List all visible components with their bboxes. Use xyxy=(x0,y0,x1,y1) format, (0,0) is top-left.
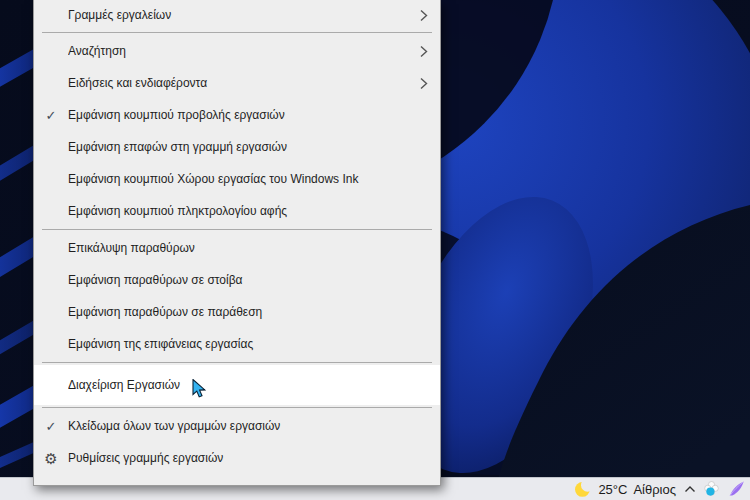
menu-item-label: Γραμμές εργαλείων xyxy=(68,8,420,22)
submenu-arrow-icon xyxy=(420,9,428,22)
menu-item[interactable]: Επικάλυψη παραθύρων xyxy=(34,232,440,264)
menu-item[interactable]: Εμφάνιση της επιφάνειας εργασίας xyxy=(34,328,440,360)
menu-item-label: Ειδήσεις και ενδιαφέροντα xyxy=(68,76,420,90)
weather-temperature: 25°C xyxy=(598,482,627,497)
menu-item-label: Αναζήτηση xyxy=(68,44,420,58)
menu-item-label: Ρυθμίσεις γραμμής εργασιών xyxy=(68,451,440,465)
menu-item-label: Εμφάνιση παραθύρων σε στοίβα xyxy=(68,273,440,287)
weather-widget[interactable]: 25°C Αίθριος xyxy=(574,480,676,498)
menu-item[interactable]: ✓Κλείδωμα όλων των γραμμών εργασιών xyxy=(34,410,440,442)
menu-item-label: Εμφάνιση της επιφάνειας εργασίας xyxy=(68,337,440,351)
menu-item[interactable]: Εμφάνιση επαφών στη γραμμή εργασιών xyxy=(34,131,440,163)
gear-icon: ⚙ xyxy=(34,451,68,466)
menu-item[interactable]: Αναζήτηση xyxy=(34,35,440,67)
menu-separator xyxy=(42,407,432,408)
weather-condition: Αίθριος xyxy=(633,482,676,497)
menu-item-label: Επικάλυψη παραθύρων xyxy=(68,241,440,255)
menu-separator xyxy=(42,362,432,363)
menu-item-label: Εμφάνιση κουμπιού Χώρου εργασίας του Win… xyxy=(68,172,440,186)
menu-item-label: Εμφάνιση παραθύρων σε παράθεση xyxy=(68,305,440,319)
menu-item-label: Εμφάνιση κουμπιού πληκτρολογίου αφής xyxy=(68,204,440,218)
submenu-arrow-icon xyxy=(420,45,428,58)
menu-item-label: Κλείδωμα όλων των γραμμών εργασιών xyxy=(68,419,440,433)
menu-item[interactable]: ✓Εμφάνιση κουμπιού προβολής εργασιών xyxy=(34,99,440,131)
menu-separator xyxy=(42,32,432,33)
menu-separator xyxy=(42,229,432,230)
pinwheel-tray-icon[interactable] xyxy=(704,481,720,497)
system-tray xyxy=(684,481,745,497)
check-icon: ✓ xyxy=(34,109,68,122)
chevron-up-icon[interactable] xyxy=(684,485,696,493)
menu-item[interactable]: ⚙Ρυθμίσεις γραμμής εργασιών xyxy=(34,442,440,474)
menu-item[interactable]: Διαχείριση Εργασιών xyxy=(34,365,440,405)
menu-item[interactable]: Ειδήσεις και ενδιαφέροντα xyxy=(34,67,440,99)
menu-item[interactable]: Εμφάνιση παραθύρων σε στοίβα xyxy=(34,264,440,296)
menu-item[interactable]: Εμφάνιση κουμπιού Χώρου εργασίας του Win… xyxy=(34,163,440,195)
feather-pen-icon[interactable] xyxy=(728,481,745,497)
check-icon: ✓ xyxy=(34,420,68,433)
submenu-arrow-icon xyxy=(420,77,428,90)
taskbar-context-menu: Γραμμές εργαλείωνΑναζήτησηΕιδήσεις και ε… xyxy=(33,0,441,486)
menu-item-label: Εμφάνιση επαφών στη γραμμή εργασιών xyxy=(68,140,440,154)
menu-item[interactable]: Γραμμές εργαλείων xyxy=(34,0,440,30)
menu-item[interactable]: Εμφάνιση κουμπιού πληκτρολογίου αφής xyxy=(34,195,440,227)
menu-item-label: Διαχείριση Εργασιών xyxy=(68,378,440,392)
menu-item[interactable]: Εμφάνιση παραθύρων σε παράθεση xyxy=(34,296,440,328)
menu-item-label: Εμφάνιση κουμπιού προβολής εργασιών xyxy=(68,108,440,122)
crescent-moon-icon xyxy=(574,480,592,498)
